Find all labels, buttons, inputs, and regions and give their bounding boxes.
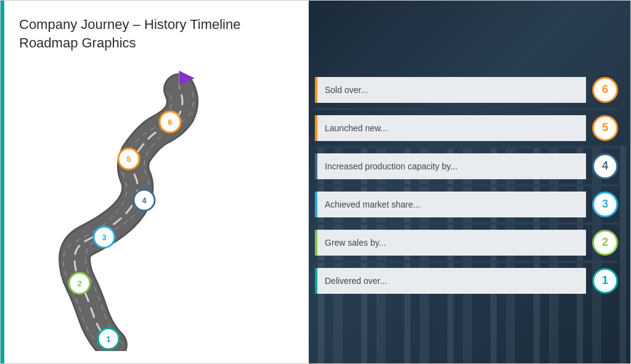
title-line1: Company Journey – History Timeline [19,15,240,34]
timeline-list: Sold over... 6 Launched new... 5 [309,1,630,363]
timeline-bar-1: Delivered over... [315,268,586,294]
timeline-label-3: Achieved market share... [325,200,420,209]
svg-text:4: 4 [142,196,147,205]
timeline-circle-4: 4 [592,153,618,179]
svg-text:3: 3 [102,233,106,242]
timeline-circle-1: 1 [592,268,618,294]
timeline-label-2: Grew sales by... [325,238,386,248]
timeline-label-5: Launched new... [325,123,388,133]
svg-text:5: 5 [126,155,131,164]
slide-container: Company Journey – History Timeline Roadm… [0,0,631,364]
timeline-circle-2: 2 [592,230,618,256]
timeline-circle-5: 5 [592,115,618,141]
timeline-item-4: Increased production capacity by... 4 [315,153,618,179]
timeline-circle-6: 6 [592,77,618,103]
timeline-item-5: Launched new... 5 [315,115,618,141]
timeline-label-4: Increased production capacity by... [325,161,457,171]
timeline-bar-4: Increased production capacity by... [315,153,586,179]
gap-4 [315,222,618,225]
timeline-circle-3: 3 [592,192,618,217]
timeline-bar-6: Sold over... [315,77,586,103]
timeline-label-6: Sold over... [325,85,368,95]
timeline-bar-5: Launched new... [315,115,586,141]
right-panel: Sold over... 6 Launched new... 5 [309,1,630,363]
gap-3 [315,184,618,187]
gap-5 [315,261,618,263]
slide-title: Company Journey – History Timeline Roadm… [19,15,240,52]
svg-text:1: 1 [106,334,110,344]
title-line2: Roadmap Graphics [19,34,240,52]
timeline-bar-2: Grew sales by... [315,230,586,256]
timeline-item-6: Sold over... 6 [315,77,618,103]
svg-text:2: 2 [77,279,81,288]
gap-1 [315,108,618,110]
timeline-label-1: Delivered over... [325,276,387,286]
timeline-bar-3: Achieved market share... [315,192,586,217]
svg-text:6: 6 [168,118,172,127]
road-map: 1 2 3 4 5 6 [13,68,290,351]
gap-2 [315,146,618,148]
left-panel: Company Journey – History Timeline Roadm… [1,1,309,363]
timeline-item-3: Achieved market share... 3 [315,192,618,217]
timeline-item-2: Grew sales by... 2 [315,230,618,256]
teal-accent-bar [1,1,4,363]
timeline-item-1: Delivered over... 1 [315,268,618,294]
